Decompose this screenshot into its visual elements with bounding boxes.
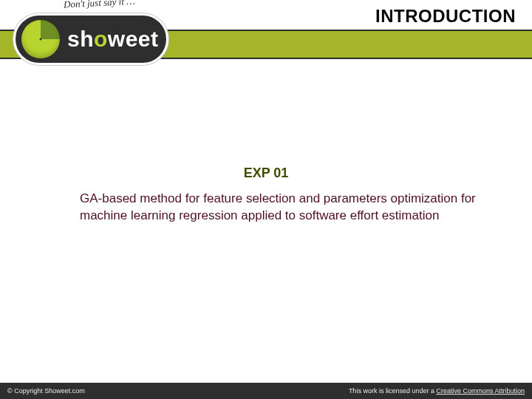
slide: INTRODUCTION Don't just say it … showeet… bbox=[0, 0, 532, 399]
footer-copyright: © Copyright Showeet.com bbox=[7, 387, 85, 395]
logo-word-mid: o bbox=[94, 27, 108, 51]
body-text: GA-based method for feature selection an… bbox=[80, 191, 479, 225]
pie-icon bbox=[21, 20, 60, 58]
page-title: INTRODUCTION bbox=[375, 6, 516, 27]
footer: © Copyright Showeet.com This work is lic… bbox=[0, 383, 532, 399]
logo-wordmark: showeet bbox=[67, 27, 159, 52]
logo-word-left: sh bbox=[67, 27, 94, 51]
footer-license: This work is licensed under a Creative C… bbox=[349, 387, 525, 395]
logo: Don't just say it … showeet bbox=[13, 1, 172, 72]
experiment-label: EXP 01 bbox=[0, 166, 532, 181]
logo-word-right: weet bbox=[108, 27, 159, 51]
logo-tagline: Don't just say it … bbox=[64, 0, 135, 11]
logo-badge: showeet bbox=[13, 13, 168, 65]
footer-license-prefix: This work is licensed under a bbox=[349, 387, 437, 395]
footer-license-link[interactable]: Creative Commons Attribution bbox=[436, 387, 525, 395]
